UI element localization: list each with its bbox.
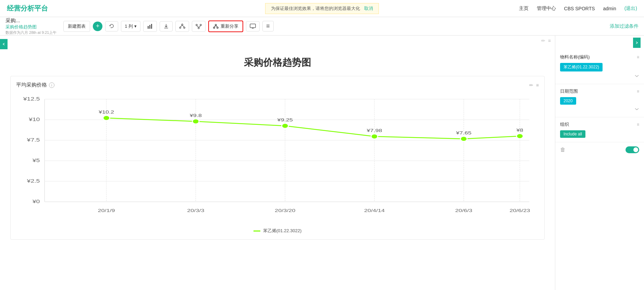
reshare-button[interactable]: 重新分享 xyxy=(208,21,243,32)
warning-text: 为保证最佳浏览效果，请将您的浏览器最大化 xyxy=(271,5,360,12)
monitor-button[interactable] xyxy=(246,21,260,31)
svg-text:¥0: ¥0 xyxy=(32,199,40,205)
toolbar: 采购... 采购价格趋势图 数据作为六月 28th at 9:21上午 新建图表… xyxy=(0,17,644,36)
share-button-1[interactable] xyxy=(175,21,189,32)
chart-area: ✏ ≡ 采购价格趋势图 平均采购价格 i ✏ ≡ xyxy=(0,36,555,290)
filter-date-title: 日期范围 xyxy=(560,88,578,94)
browser-warning: 为保证最佳浏览效果，请将您的浏览器最大化 取消 xyxy=(265,3,379,14)
svg-rect-18 xyxy=(250,24,256,28)
svg-text:20/3/3: 20/3/3 xyxy=(187,208,204,213)
nav-cbs-sports[interactable]: CBS SPORTS xyxy=(564,6,595,11)
svg-point-15 xyxy=(217,27,218,28)
nav-logout[interactable]: (退出) xyxy=(624,5,637,12)
svg-text:20/6/3: 20/6/3 xyxy=(455,208,472,213)
svg-text:20/3/20: 20/3/20 xyxy=(275,208,295,213)
svg-point-51 xyxy=(460,136,467,141)
filter-date-menu[interactable]: ≡ xyxy=(637,89,639,94)
svg-point-50 xyxy=(371,134,377,139)
filter-section-date-header: 日期范围 ≡ xyxy=(560,88,639,94)
svg-text:¥8: ¥8 xyxy=(516,128,523,132)
undo-button[interactable] xyxy=(105,21,118,31)
svg-point-14 xyxy=(213,27,215,28)
chart-widget: 平均采购价格 i ✏ ≡ xyxy=(10,76,545,240)
info-icon[interactable]: i xyxy=(49,82,54,88)
svg-point-48 xyxy=(193,119,199,124)
svg-point-10 xyxy=(200,24,201,26)
warning-cancel[interactable]: 取消 xyxy=(364,5,373,12)
svg-text:¥9.8: ¥9.8 xyxy=(189,113,202,118)
svg-text:¥10: ¥10 xyxy=(28,117,40,122)
nav-home[interactable]: 主页 xyxy=(519,5,529,12)
add-chart-button[interactable]: + xyxy=(93,22,102,31)
svg-text:¥10.2: ¥10.2 xyxy=(98,109,114,114)
breadcrumb-meta: 数据作为六月 28th at 9:21上午 xyxy=(5,30,57,35)
svg-text:¥7.98: ¥7.98 xyxy=(366,128,382,133)
new-chart-label: 新建图表 xyxy=(68,23,86,29)
chart-main-title: 采购价格趋势图 xyxy=(10,53,545,69)
filter-org-menu[interactable]: ≡ xyxy=(637,122,639,127)
svg-line-16 xyxy=(214,26,216,27)
app-logo: 经营分析平台 xyxy=(7,4,48,13)
svg-rect-0 xyxy=(148,26,149,29)
filter-material-title: 物料名称(编码) xyxy=(560,54,590,60)
filter-material-menu[interactable]: ≡ xyxy=(637,55,639,60)
legend-color-dot xyxy=(253,230,260,232)
svg-line-7 xyxy=(182,25,184,27)
main-layout: ✏ ≡ 采购价格趋势图 平均采购价格 i ✏ ≡ xyxy=(0,36,644,290)
filter-toggle[interactable] xyxy=(626,146,639,153)
svg-text:20/1/9: 20/1/9 xyxy=(98,208,115,213)
chart-widget-header: 平均采购价格 i ✏ ≡ xyxy=(16,82,539,88)
svg-point-13 xyxy=(215,24,216,26)
breadcrumb-main: 采购... xyxy=(5,17,57,24)
delete-filter-icon[interactable]: 🗑 xyxy=(560,147,566,153)
svg-line-17 xyxy=(216,26,218,27)
svg-point-8 xyxy=(198,27,199,29)
expand-left-arrow[interactable] xyxy=(0,39,8,49)
svg-rect-2 xyxy=(151,24,152,29)
branch-button[interactable] xyxy=(192,21,206,32)
chart-widget-title: 平均采购价格 i xyxy=(16,82,54,88)
filter-section-org: 组织 ≡ Include all xyxy=(555,117,644,142)
filter-date-expand-icon[interactable] xyxy=(634,107,639,111)
svg-text:¥2.5: ¥2.5 xyxy=(26,179,40,184)
svg-text:¥12.5: ¥12.5 xyxy=(23,96,40,102)
chevron-down-icon: ▾ xyxy=(134,24,137,29)
col-label: 1 列 xyxy=(125,23,133,29)
column-select[interactable]: 1 列 ▾ xyxy=(121,21,140,32)
nav-admin: admin xyxy=(603,6,616,11)
svg-text:¥9.25: ¥9.25 xyxy=(277,117,293,122)
svg-point-4 xyxy=(179,27,181,28)
sidebar-collapse-arrow[interactable] xyxy=(633,38,641,48)
chart-container: 采购价格趋势图 平均采购价格 i ✏ ≡ xyxy=(0,46,555,247)
svg-text:¥7.65: ¥7.65 xyxy=(456,130,472,135)
svg-point-3 xyxy=(182,24,183,25)
breadcrumb-sub[interactable]: 采购价格趋势图 xyxy=(5,24,57,30)
svg-point-49 xyxy=(282,123,288,128)
reshare-label: 重新分享 xyxy=(221,23,238,29)
download-button[interactable] xyxy=(160,21,173,31)
line-chart: ¥0 ¥2.5 ¥5 ¥7.5 ¥10 ¥12.5 20/1/9 20/3/3 … xyxy=(16,92,539,222)
add-filter-button[interactable]: 添加过滤条件 xyxy=(610,23,639,29)
new-chart-button[interactable]: 新建图表 xyxy=(63,21,90,32)
filter-section-org-header: 组织 ≡ xyxy=(560,121,639,128)
chart-widget-actions: ✏ ≡ xyxy=(529,82,539,88)
filter-material-value[interactable]: 苯乙烯(01.22.3022) xyxy=(560,63,603,71)
filter-expand-icon[interactable] xyxy=(634,74,639,78)
filter-section-material: 物料名称(编码) ≡ 苯乙烯(01.22.3022) xyxy=(555,50,644,84)
filter-date-value[interactable]: 2020 xyxy=(560,97,576,105)
svg-text:20/4/14: 20/4/14 xyxy=(364,208,385,213)
svg-point-5 xyxy=(184,27,185,28)
chart-edit-icon[interactable]: ✏ xyxy=(541,38,545,43)
svg-text:20/6/23: 20/6/23 xyxy=(509,208,530,213)
svg-line-6 xyxy=(180,25,182,27)
sidebar-footer: 🗑 xyxy=(555,142,644,157)
filter-org-value[interactable]: Include all xyxy=(560,130,585,138)
breadcrumb: 采购... 采购价格趋势图 数据作为六月 28th at 9:21上午 xyxy=(5,17,57,35)
chart-type-button[interactable] xyxy=(143,21,157,32)
filter-section-material-header: 物料名称(编码) ≡ xyxy=(560,54,639,60)
widget-menu-icon[interactable]: ≡ xyxy=(536,82,539,88)
widget-edit-icon[interactable]: ✏ xyxy=(529,82,533,88)
more-button[interactable]: ≡ xyxy=(262,21,274,31)
nav-admin-center[interactable]: 管理中心 xyxy=(537,5,556,12)
chart-menu-icon[interactable]: ≡ xyxy=(548,38,551,43)
